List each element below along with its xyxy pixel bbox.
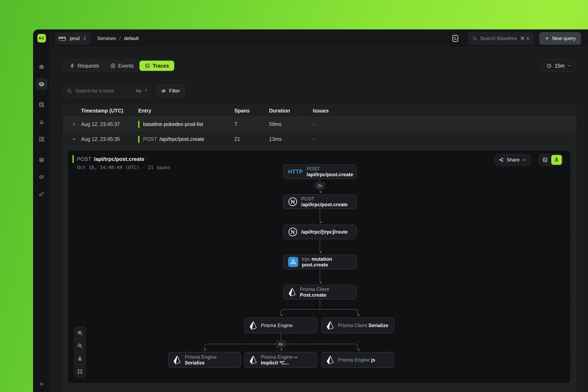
caret-down-icon — [568, 64, 572, 68]
cell-duration: 13ms — [269, 136, 313, 142]
cell-entry: POST /api/trpc/post.create — [138, 136, 234, 143]
header-timestamp: Timestamp (UTC) — [81, 108, 138, 114]
search-icon — [472, 36, 477, 41]
span-node-trpc[interactable]: trpc mutation post.create — [283, 254, 357, 269]
global-search-placeholder: Search Baselime — [480, 36, 520, 41]
prisma-icon — [326, 356, 334, 364]
sidebar-item-api-keys[interactable] — [36, 188, 47, 200]
trpc-icon — [288, 257, 298, 267]
nextjs-icon — [288, 197, 298, 206]
table-row[interactable]: Aug 12, 23:45:37 baseline-pokedex-prod-l… — [63, 117, 576, 132]
sidebar-item-alerts[interactable] — [36, 116, 47, 128]
span-node-next-route[interactable]: /api/trpc/[trpc]/route — [283, 224, 357, 239]
zoom-out-icon — [77, 343, 83, 348]
http-icon: HTTP — [288, 169, 303, 175]
sidebar-item-queries[interactable] — [36, 99, 47, 110]
cell-entry: baseline-pokedex-prod-list — [138, 121, 234, 128]
trace-list-icon — [145, 63, 150, 68]
database-search-icon — [38, 102, 45, 108]
sidebar-item-dashboards[interactable] — [36, 133, 47, 145]
table-row[interactable]: Aug 12, 23:45:35 POST /api/trpc/post.cre… — [63, 132, 576, 146]
span-node-next-post[interactable]: POST /api/trpc/post.create — [283, 194, 357, 209]
chevrons-up-down-icon — [82, 36, 87, 41]
double-chevron-right-icon — [39, 382, 44, 387]
layers-icon — [38, 156, 45, 163]
prisma-icon — [288, 288, 296, 297]
header-duration: Duration — [269, 108, 313, 114]
key-icon — [38, 191, 45, 197]
breadcrumb-separator: / — [119, 35, 121, 42]
dashboard-icon — [38, 136, 45, 142]
tabs-group: Requests Events Traces — [63, 60, 176, 72]
cell-timestamp: Aug 12, 23:45:35 — [81, 136, 138, 142]
tab-requests[interactable]: Requests — [64, 61, 104, 71]
sidebar-item-services[interactable] — [36, 78, 47, 90]
span-node-http[interactable]: HTTP POST /api/trpc/post.create — [283, 164, 357, 179]
zoom-in-button[interactable] — [74, 326, 86, 339]
span-node-prisma-client[interactable]: Prisma Client Post.create — [283, 285, 357, 300]
zoom-in-icon — [77, 330, 83, 336]
prisma-icon — [173, 356, 181, 364]
span-node-engine-implicit[interactable]: Prisma Engine --Implicit *C... — [244, 352, 317, 368]
filter-button[interactable]: Filter — [156, 84, 185, 98]
aws-logo: aws — [58, 35, 67, 42]
match-case-toggle[interactable]: Aa — [136, 88, 141, 94]
graph-zoom-controls — [74, 326, 86, 378]
cell-issues: - — [313, 136, 576, 142]
cell-issues: - — [313, 121, 576, 127]
search-icon — [67, 88, 72, 94]
fullscreen-button[interactable] — [74, 365, 86, 378]
zap-icon — [70, 63, 75, 68]
notes-icon — [452, 34, 459, 42]
cell-spans: 7 — [234, 121, 269, 127]
span-node-prisma-client-serialize[interactable]: Prisma Client Serialize — [321, 318, 394, 334]
environment-name: prod — [70, 36, 80, 41]
cell-spans: 21 — [234, 136, 269, 142]
sidebar-divider — [37, 149, 46, 150]
tab-events[interactable]: Events — [105, 61, 139, 71]
entry-status-bar — [138, 136, 140, 143]
trace-search-input[interactable]: Search for a trace Aa .* — [63, 84, 151, 98]
sliders-icon — [161, 88, 166, 94]
code-icon — [38, 174, 45, 180]
bug-icon — [38, 64, 45, 70]
cell-duration: 59ms — [269, 121, 313, 127]
sidebar-item-errors[interactable] — [36, 61, 47, 73]
breadcrumb-services[interactable]: Services — [97, 36, 116, 41]
content: Requests Events Traces — [50, 47, 588, 392]
nextjs-icon — [288, 227, 298, 237]
expand-icon — [77, 369, 83, 374]
tab-traces[interactable]: Traces — [140, 61, 174, 71]
environment-selector[interactable]: aws prod — [55, 32, 91, 44]
traces-table: Timestamp (UTC) Entry Spans Duration Iss… — [63, 105, 576, 392]
span-node-engine-serialize[interactable]: Prisma Engine Serialize — [168, 352, 241, 368]
cell-timestamp: Aug 12, 23:45:37 — [81, 121, 138, 127]
row-collapse-chevron[interactable] — [63, 137, 81, 142]
changelog-button[interactable] — [452, 34, 459, 42]
breadcrumb-current[interactable]: default — [124, 36, 139, 41]
app-window: AC — [33, 30, 588, 392]
sidebar-expand-button[interactable] — [33, 382, 50, 387]
search-shortcut: ⌘ K — [520, 36, 530, 41]
table-header-row: Timestamp (UTC) Entry Spans Duration Iss… — [63, 105, 576, 117]
topbar: aws prod Services / default — [50, 30, 588, 47]
sidebar-item-layers[interactable] — [36, 154, 47, 166]
header-spans: Spans — [234, 108, 269, 114]
global-search[interactable]: Search Baselime ⌘ K — [468, 32, 534, 45]
edge-count-badge: 2x — [315, 182, 325, 189]
avatar[interactable]: AC — [37, 34, 46, 42]
sidebar: AC — [33, 30, 50, 392]
lock-button[interactable] — [74, 352, 86, 365]
sidebar-item-developer[interactable] — [36, 171, 47, 182]
chevron-down-icon — [72, 137, 76, 142]
row-expand-chevron[interactable] — [63, 122, 81, 127]
zoom-out-button[interactable] — [74, 339, 86, 352]
span-node-prisma-engine[interactable]: Prisma Engine — [244, 318, 317, 334]
bell-icon — [38, 119, 45, 125]
lock-icon — [77, 356, 83, 362]
new-query-button[interactable]: New query — [539, 32, 581, 45]
event-bolt-icon — [110, 63, 116, 68]
span-node-engine-js[interactable]: Prisma Engine js — [321, 352, 394, 368]
time-range-selector[interactable]: 15m — [542, 60, 576, 72]
regex-toggle[interactable]: .* — [144, 88, 147, 94]
